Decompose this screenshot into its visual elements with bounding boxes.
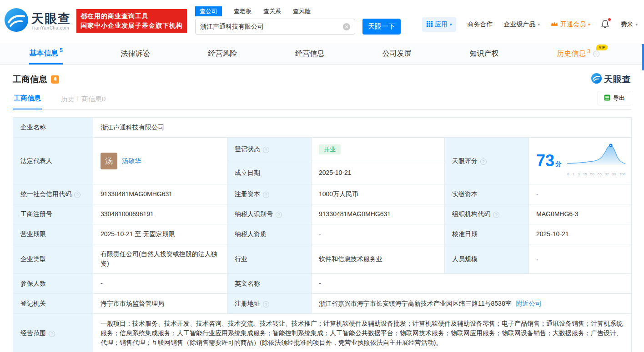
tianyancha-watermark: 天眼查 [591, 73, 631, 85]
bell-icon [601, 20, 609, 29]
help-icon[interactable] [276, 212, 282, 218]
table-row: 营业期限 2025-10-21 至 无固定期限 纳税人资质 - 核准日期 202… [13, 224, 632, 244]
field-value: 一般项目：技术服务、技术开发、技术咨询、技术交流、技术转让、技术推广；计算机软硬… [93, 314, 632, 352]
open-vip-menu[interactable]: 开通会员 ▾ [551, 20, 590, 29]
promo-line2: 国家中小企业发展子基金旗下机构 [80, 21, 183, 30]
tab-label: 知识产权 [470, 49, 499, 59]
user-menu[interactable]: 费米 ▾ [620, 20, 638, 29]
table-row: 企业类型 有限责任公司(自然人投资或控股的法人独资) 行业 软件和信息技术服务业… [13, 244, 632, 274]
tab-history-info[interactable]: VIP 历史信息3 [557, 43, 611, 64]
export-label: 导出 [613, 94, 625, 102]
field-value: 汤 汤敬华 [93, 138, 227, 184]
business-info-table: 企业名称 浙江声通科技有限公司 法定代表人 汤 汤敬华 登记状态 开业 天眼评分… [13, 117, 632, 352]
scrollbar-thumb[interactable] [642, 44, 644, 70]
crown-icon [551, 21, 558, 28]
field-label: 企业类型 [13, 244, 93, 274]
field-value: 2025-10-21 [529, 224, 632, 244]
tianyancha-logo[interactable]: 天眼查 TianYanCha.com [5, 8, 71, 34]
help-icon[interactable] [263, 192, 269, 198]
table-row: 登记机关 海宁市市场监督管理局 注册地址 浙江省嘉兴市海宁市长安镇海宁高新技术产… [13, 294, 632, 314]
subtab-business-info[interactable]: 工商信息 [13, 94, 42, 109]
help-icon[interactable] [263, 147, 269, 153]
field-value: MAG0MHG6-3 [529, 204, 632, 224]
tab-basic-info[interactable]: 基本信息5 [29, 43, 63, 64]
legal-rep-avatar[interactable]: 汤 [101, 153, 117, 169]
chevron-down-icon: ▾ [588, 22, 590, 27]
chevron-down-icon: ▾ [538, 22, 540, 27]
field-label: 经营范围 [13, 314, 93, 352]
tab-legal-litigation[interactable]: 法律诉讼 [121, 43, 150, 64]
tab-label: 公司发展 [382, 49, 412, 59]
cooperation-menu[interactable]: 商务合作 [467, 20, 493, 29]
search-tab-company[interactable]: 查公司 [195, 6, 222, 16]
search-tab-boss[interactable]: 查老板 [234, 7, 252, 15]
field-value: 浙江省嘉兴市海宁市长安镇海宁高新技术产业园区纬三路11号8538室 附近公司 [312, 294, 632, 314]
business-info-subtabs: 工商信息 历史工商信息0 导出 [13, 90, 631, 110]
notification-dot [608, 18, 611, 21]
clear-search-icon[interactable]: ✕ [343, 23, 350, 30]
help-icon[interactable] [49, 331, 55, 337]
axis-tick: 0 [567, 169, 569, 179]
help-icon[interactable] [74, 192, 80, 198]
search-box: ✕ [195, 19, 355, 35]
field-value: 330481000696191 [93, 204, 227, 224]
table-row: 统一社会信用代码 91330481MAG0MHG631 注册资本 1000万人民… [13, 184, 632, 204]
score-axis: 0 1 3 15 50 65 97 99 100 [566, 169, 626, 179]
top-menu: 应用 ▾ 商务合作 企业级产品 ▾ 开通会员 ▾ [422, 17, 638, 32]
field-label: 统一社会信用代码 [13, 184, 93, 204]
help-icon[interactable] [480, 159, 487, 165]
notifications-bell[interactable] [601, 20, 609, 30]
field-value: - [93, 274, 227, 294]
username: 费米 [620, 20, 633, 29]
table-row: 参保人数 - 英文名称 - [13, 274, 632, 294]
axis-tick: 1 [573, 169, 574, 179]
tianyancha-company-page: 天眼查 TianYanCha.com 都在用的商业查询工具 国家中小企业发展子基… [0, 0, 644, 352]
field-value: - [312, 274, 632, 294]
field-label: 纳税人识别号 [227, 204, 312, 224]
search-button[interactable]: 天眼一下 [362, 19, 401, 35]
tab-operation-info[interactable]: 经营信息 [295, 43, 324, 64]
field-value: 1000万人民币 [312, 184, 445, 204]
tab-label: 基本信息 [29, 49, 58, 58]
help-icon[interactable] [593, 51, 599, 57]
search-tab-risk[interactable]: 查风险 [293, 7, 311, 15]
tianyancha-logo-icon [591, 73, 602, 85]
nearby-companies-link[interactable]: 附近公司 [516, 300, 542, 307]
field-label: 实缴资本 [445, 184, 529, 204]
tianyan-score: 73分 0 1 [536, 143, 624, 179]
tab-operation-risk[interactable]: 经营风险 [208, 43, 237, 64]
tab-count: 5 [60, 47, 63, 54]
chevron-down-icon: ▾ [450, 22, 452, 27]
tab-company-development[interactable]: 公司发展 [382, 43, 412, 64]
brand-name: 天眼查 [31, 12, 71, 25]
legal-rep-link[interactable]: 汤敬华 [122, 156, 141, 166]
tab-intellectual-property[interactable]: 知识产权 [470, 43, 499, 64]
apps-menu[interactable]: 应用 ▾ [422, 17, 457, 32]
table-row: 企业名称 浙江声通科技有限公司 [13, 118, 632, 138]
field-value: 软件和信息技术服务业 [312, 244, 445, 274]
apps-grid-icon [427, 21, 433, 28]
help-icon[interactable] [263, 301, 269, 307]
field-value: 浙江声通科技有限公司 [93, 118, 632, 138]
field-label: 核准日期 [445, 224, 529, 244]
help-icon[interactable] [493, 212, 499, 218]
tianyancha-logo-icon [5, 8, 28, 34]
axis-tick: 97 [605, 169, 609, 179]
apps-label: 应用 [435, 20, 448, 29]
subscribe-bell-icon[interactable] [51, 75, 59, 84]
field-value: 91330481MAG0MHG631 [93, 184, 227, 204]
tab-label: 历史信息 [557, 49, 586, 59]
export-button[interactable]: 导出 [598, 91, 631, 105]
field-label: 登记机关 [13, 294, 93, 314]
field-label: 参保人数 [13, 274, 93, 294]
field-label: 英文名称 [227, 274, 312, 294]
search-input[interactable] [200, 23, 343, 30]
enterprise-product-menu[interactable]: 企业级产品 ▾ [503, 20, 540, 29]
table-row: 工商注册号 330481000696191 纳税人识别号 91330481MAG… [13, 204, 632, 224]
field-value: 91330481MAG0MHG631 [312, 204, 445, 224]
vip-badge: VIP [596, 45, 608, 50]
search-tab-relation[interactable]: 查关系 [263, 7, 281, 15]
subtab-history-business-info[interactable]: 历史工商信息0 [60, 95, 106, 109]
field-value: 73分 0 1 [529, 138, 632, 184]
tab-label: 经营风险 [208, 49, 237, 59]
